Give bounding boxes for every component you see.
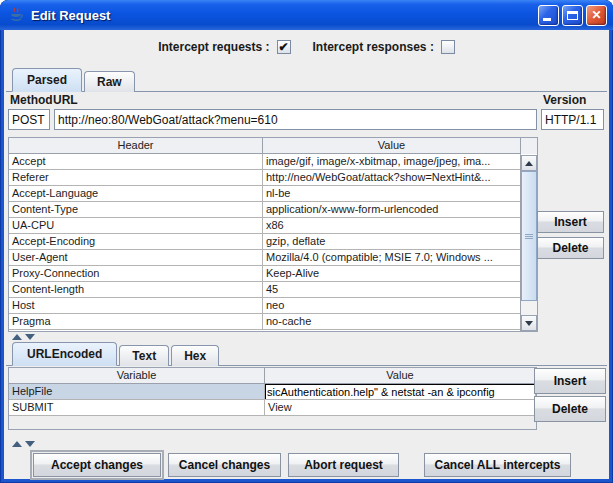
tab-raw[interactable]: Raw: [84, 71, 135, 92]
scroll-up-button[interactable]: [521, 155, 537, 171]
collapse-up-icon: [12, 441, 22, 447]
collapse-down-button[interactable]: [25, 441, 34, 448]
table-row[interactable]: Hostneo: [9, 298, 537, 314]
intercept-options-row: Intercept requests : ✔ Intercept respons…: [4, 37, 609, 57]
maximize-button[interactable]: [562, 5, 583, 26]
intercept-requests-label: Intercept requests :: [158, 40, 269, 54]
tab-urlencoded[interactable]: URLEncoded: [12, 342, 117, 366]
minimize-icon: [543, 18, 551, 21]
table-row-helpfile[interactable]: HelpFile: [9, 384, 536, 400]
params-delete-button[interactable]: Delete: [534, 396, 606, 422]
collapse-down-button[interactable]: [25, 333, 34, 340]
table-row[interactable]: Accept-Languagenl-be: [9, 186, 537, 202]
method-input[interactable]: [8, 109, 50, 130]
checkmark-icon: ✔: [278, 41, 288, 53]
cancel-all-intercepts-button[interactable]: Cancel ALL intercepts: [424, 453, 571, 477]
url-label: URL: [53, 93, 78, 107]
close-icon: ✕: [591, 8, 601, 22]
collapse-down-icon: [25, 334, 35, 340]
value-cell-editor[interactable]: [265, 384, 536, 400]
value-column-header[interactable]: Value: [263, 138, 521, 154]
scrollbar-thumb[interactable]: [521, 171, 537, 301]
scroll-up-icon: [525, 161, 533, 166]
table-row[interactable]: Content-Typeapplication/x-www-form-urlen…: [9, 202, 537, 218]
intercept-requests-group: Intercept requests : ✔: [158, 40, 290, 54]
dialog-content: Intercept requests : ✔ Intercept respons…: [4, 30, 609, 479]
collapse-up-icon: [12, 334, 22, 340]
table-row-submit[interactable]: SUBMIT View: [9, 400, 536, 416]
headers-table: Header Value Acceptimage/gif, image/x-xb…: [8, 137, 538, 332]
content-view-tabs: URLEncoded Text Hex: [6, 342, 607, 366]
intercept-requests-checkbox[interactable]: ✔: [277, 40, 291, 54]
variable-column-header[interactable]: Variable: [9, 368, 265, 384]
table-row[interactable]: Proxy-ConnectionKeep-Alive: [9, 266, 537, 282]
scroll-down-icon: [525, 321, 533, 326]
cancel-changes-button[interactable]: Cancel changes: [168, 453, 281, 477]
table-row[interactable]: Accept-Encodinggzip, deflate: [9, 234, 537, 250]
params-table: Variable Value HelpFile SUBMIT View: [8, 367, 537, 430]
collapse-down-icon: [25, 441, 35, 447]
headers-table-header: Header Value: [9, 138, 537, 154]
headers-insert-button[interactable]: Insert: [537, 211, 604, 233]
window-title: Edit Request: [31, 8, 535, 23]
split-divider-lower[interactable]: [6, 439, 607, 449]
title-bar[interactable]: Edit Request ✕: [0, 0, 613, 30]
edit-request-window: Edit Request ✕ Intercept requests : ✔ In…: [0, 0, 613, 483]
table-row[interactable]: Acceptimage/gif, image/x-xbitmap, image/…: [9, 154, 537, 170]
java-cup-icon: [8, 7, 25, 24]
value-column-header[interactable]: Value: [265, 368, 536, 384]
tab-parsed[interactable]: Parsed: [12, 68, 82, 92]
tab-text[interactable]: Text: [119, 345, 169, 366]
intercept-responses-label: Intercept responses :: [313, 40, 434, 54]
close-button[interactable]: ✕: [586, 5, 607, 26]
table-row[interactable]: UA-CPUx86: [9, 218, 537, 234]
tab-hex[interactable]: Hex: [171, 345, 219, 366]
intercept-responses-group: Intercept responses :: [313, 40, 455, 54]
scrollbar-grip-icon: [525, 234, 533, 239]
collapse-up-button[interactable]: [12, 333, 21, 340]
scroll-down-button[interactable]: [521, 315, 537, 331]
version-label: Version: [543, 93, 586, 107]
intercept-responses-checkbox[interactable]: [441, 40, 455, 54]
header-column-header[interactable]: Header: [9, 138, 263, 154]
split-divider-upper[interactable]: [6, 332, 607, 341]
headers-delete-button[interactable]: Delete: [537, 237, 604, 259]
version-input[interactable]: [541, 109, 604, 130]
headers-scrollbar[interactable]: [520, 155, 537, 331]
method-label: Method: [10, 93, 53, 107]
maximize-icon: [567, 11, 578, 20]
table-row[interactable]: Refererhttp://neo/WebGoat/attack?show=Ne…: [9, 170, 537, 186]
request-view-tabs: Parsed Raw: [6, 68, 607, 92]
table-row[interactable]: User-AgentMozilla/4.0 (compatible; MSIE …: [9, 250, 537, 266]
params-insert-button[interactable]: Insert: [534, 368, 606, 394]
minimize-button[interactable]: [538, 5, 559, 26]
collapse-up-button[interactable]: [12, 441, 21, 448]
table-row[interactable]: Pragmano-cache: [9, 314, 537, 330]
abort-request-button[interactable]: Abort request: [288, 453, 399, 477]
table-row[interactable]: Content-length45: [9, 282, 537, 298]
accept-changes-button[interactable]: Accept changes: [33, 453, 161, 477]
url-input[interactable]: [54, 109, 537, 130]
params-table-header: Variable Value: [9, 368, 536, 384]
